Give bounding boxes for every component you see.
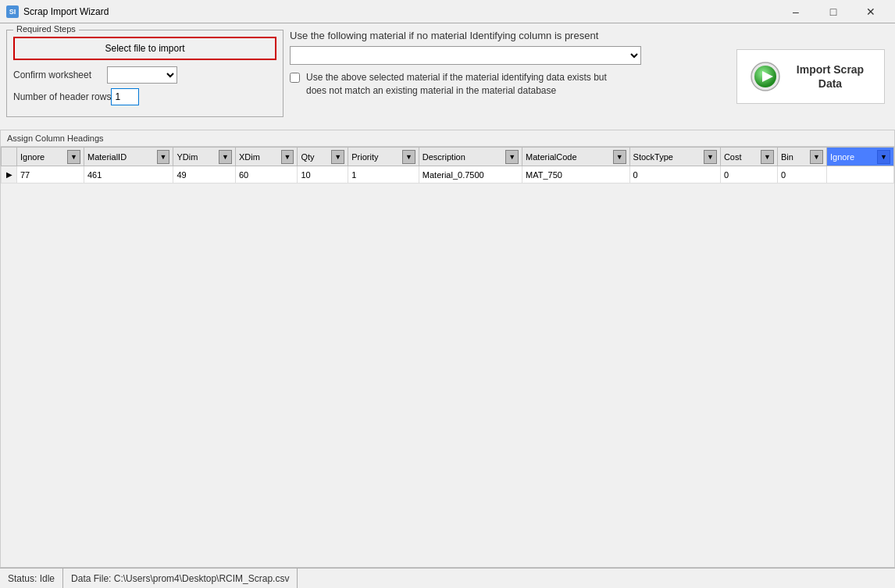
checkbox-row: Use the above selected material if the m…	[290, 71, 726, 98]
confirm-worksheet-label: Confirm worksheet	[13, 69, 107, 80]
top-section: Required Steps Select file to import Con…	[0, 23, 895, 130]
col-header-bin: Bin ▼	[778, 148, 827, 166]
col-materialid-dropdown[interactable]: ▼	[157, 150, 170, 164]
col-description-dropdown[interactable]: ▼	[505, 150, 519, 164]
col-header-priority: Priority ▼	[348, 148, 419, 166]
data-table: Ignore ▼ MaterialID ▼	[1, 147, 894, 184]
assign-section: Assign Column Headings Ignore ▼	[0, 130, 895, 568]
select-file-button[interactable]: Select file to import	[13, 37, 276, 60]
cell-description: Material_0.7500	[419, 166, 522, 184]
col-ignore-highlighted-dropdown[interactable]: ▼	[877, 150, 890, 164]
close-button[interactable]: ✕	[853, 0, 889, 23]
material-section: Use the following material if no materia…	[290, 30, 726, 123]
material-heading: Use the following material if no materia…	[290, 30, 726, 41]
import-button-label: Import Scrap Data	[789, 62, 872, 91]
col-header-ydim: YDim ▼	[173, 148, 236, 166]
cell-bin: 0	[778, 166, 827, 184]
col-header-description: Description ▼	[419, 148, 522, 166]
col-header-cost: Cost ▼	[720, 148, 777, 166]
col-header-xdim: XDim ▼	[235, 148, 298, 166]
maximize-button[interactable]: □	[815, 0, 851, 23]
col-header-materialcode: MaterialCode ▼	[522, 148, 630, 166]
cell-ignore: 77	[17, 166, 84, 184]
app-icon: SI	[6, 5, 19, 18]
confirm-worksheet-row: Confirm worksheet	[13, 66, 276, 84]
col-ydim-dropdown[interactable]: ▼	[219, 150, 232, 164]
col-materialcode-dropdown[interactable]: ▼	[613, 150, 626, 164]
confirm-worksheet-select[interactable]	[107, 66, 177, 84]
cell-ydim: 49	[173, 166, 236, 184]
row-indicator-header	[2, 148, 17, 166]
cell-stocktype: 0	[629, 166, 720, 184]
checkbox-label: Use the above selected material if the m…	[306, 71, 607, 98]
material-dropdown-row	[290, 46, 726, 65]
cell-qty: 10	[298, 166, 348, 184]
status-segment-file: Data File: C:\Users\prom4\Desktop\RCIM_S…	[63, 568, 298, 588]
cell-cost: 0	[720, 166, 777, 184]
title-bar: SI Scrap Import Wizard – □ ✕	[0, 0, 895, 23]
status-bar: Status: Idle Data File: C:\Users\prom4\D…	[0, 568, 895, 588]
status-segment-idle: Status: Idle	[0, 568, 63, 588]
table-container: Ignore ▼ MaterialID ▼	[0, 146, 895, 568]
required-steps-label: Required Steps	[13, 24, 79, 34]
col-priority-dropdown[interactable]: ▼	[402, 150, 415, 164]
use-material-checkbox[interactable]	[290, 73, 300, 83]
window-controls: – □ ✕	[778, 0, 889, 23]
cell-materialid: 461	[84, 166, 173, 184]
cell-xdim: 60	[235, 166, 298, 184]
col-header-qty: Qty ▼	[298, 148, 348, 166]
middle-panel: Use the following material if no materia…	[290, 30, 726, 123]
import-scrap-data-button[interactable]: Import Scrap Data	[736, 49, 885, 104]
col-header-materialid: MaterialID ▼	[84, 148, 173, 166]
col-header-ignore-highlighted: Ignore ▼	[826, 148, 893, 166]
header-rows-input[interactable]	[111, 88, 139, 105]
col-header-ignore: Ignore ▼	[17, 148, 84, 166]
minimize-button[interactable]: –	[778, 0, 814, 23]
col-stocktype-dropdown[interactable]: ▼	[704, 150, 717, 164]
assign-headings-label: Assign Column Headings	[0, 130, 895, 146]
col-bin-dropdown[interactable]: ▼	[810, 150, 823, 164]
cell-ignore-last	[826, 166, 893, 184]
material-select[interactable]	[290, 46, 641, 65]
play-icon	[750, 61, 781, 92]
header-rows-label: Number of header rows	[13, 91, 111, 102]
right-panel: Import Scrap Data	[733, 30, 889, 123]
row-indicator: ▶	[2, 166, 17, 184]
cell-materialcode: MAT_750	[522, 166, 630, 184]
header-rows-row: Number of header rows	[13, 88, 276, 105]
left-panel: Required Steps Select file to import Con…	[6, 30, 283, 123]
col-xdim-dropdown[interactable]: ▼	[281, 150, 294, 164]
table-row: ▶ 77 461 49 60 10 1 Material_0.7500 MAT_…	[2, 166, 894, 184]
table-header-row: Ignore ▼ MaterialID ▼	[2, 148, 894, 166]
main-content: Required Steps Select file to import Con…	[0, 23, 895, 568]
required-steps-group: Required Steps Select file to import Con…	[6, 30, 283, 117]
col-header-stocktype: StockType ▼	[629, 148, 720, 166]
col-cost-dropdown[interactable]: ▼	[761, 150, 774, 164]
col-ignore-dropdown[interactable]: ▼	[67, 150, 80, 164]
window-title: Scrap Import Wizard	[23, 6, 778, 17]
col-qty-dropdown[interactable]: ▼	[331, 150, 344, 164]
cell-priority: 1	[348, 166, 419, 184]
